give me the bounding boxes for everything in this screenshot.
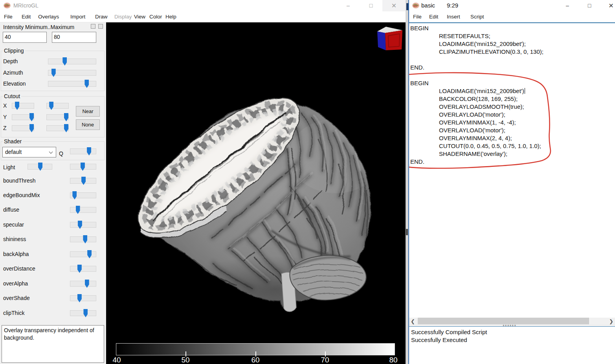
cutout-group-label: Cutout [3,93,21,99]
script-line[interactable]: BEGIN [409,79,615,87]
script-line[interactable]: LOADIMAGE('mni152_2009bet') [409,87,615,95]
param-label-specular: specular [3,221,24,228]
script-line[interactable]: OVERLAYMINMAX(1, -4, -4); [409,119,615,126]
shader-dropdown[interactable]: default [2,147,56,157]
intensity-label: Intensity Minimum..Maximum [3,24,74,30]
script-line[interactable]: OVERLAYLOAD('motor'); [409,111,615,119]
script-line[interactable]: CLIPAZIMUTHELEVATION(0.3, 0, 130); [409,48,615,56]
mricrogl-menu-help[interactable]: Help [165,11,176,22]
colorbar-label: 50 [181,356,189,364]
info-text-box: Overlay transparency independent of back… [2,325,104,363]
intensity-max-input[interactable]: 80 [52,32,96,43]
clipping-label-elevation: Elevation [3,80,26,87]
param-label-diffuse: diffuse [3,207,19,213]
mricrogl-menu-color[interactable]: Color [149,11,162,22]
mricrogl-menu-display[interactable]: Display [114,11,132,22]
close-button[interactable]: ✕ [604,0,615,11]
mricrogl-menu-edit[interactable]: Edit [22,11,31,22]
clipping-depth-track[interactable] [48,59,96,64]
script-line[interactable]: BACKCOLOR(128, 169, 255); [409,95,615,103]
none-button[interactable]: None [76,119,100,130]
script-line[interactable]: BEGIN [409,24,615,32]
script-menu-edit[interactable]: Edit [429,11,438,22]
close-button[interactable]: ✕ [382,0,406,11]
mricrogl-menu-draw[interactable]: Draw [95,11,108,22]
window-title: basic [421,2,435,9]
q-track[interactable] [70,148,96,154]
render-viewport[interactable]: 4050607080 [106,22,406,364]
brain-icon [412,2,420,9]
orientation-cube[interactable] [376,26,404,51]
window-title: MRIcroGL [13,2,39,9]
param-label-edgeboundmix: edgeBoundMix [3,192,40,198]
mricrogl-window: MRIcroGL – □ ✕ FileEditOverlaysImportDra… [0,0,406,364]
brain-render [106,22,406,364]
status-panel: Successfully Compiled ScriptSuccesfully … [409,327,615,364]
param-clipthick-track[interactable] [70,310,96,316]
script-menu-insert[interactable]: Insert [447,11,460,22]
param-overshade-track[interactable] [70,295,96,301]
param-backalpha-track[interactable] [70,251,96,257]
param-label-shininess: shininess [3,236,26,242]
param-diffuse-track[interactable] [70,207,96,213]
param-overdistance-track[interactable] [70,266,96,272]
window-edge-strip [406,0,409,364]
script-line[interactable]: SHADERNAME('overlay'); [409,150,615,158]
script-window: basic 9:29 – □ ✕ FileEditInsertScript BE… [409,0,615,364]
script-line[interactable]: RESETDEFAULTS; [409,32,615,40]
clipping-elevation-track[interactable] [48,81,96,87]
menu-bar: FileEditInsertScript [409,11,615,22]
script-editor[interactable]: BEGINRESETDEFAULTS;LOADIMAGE('mni152_200… [409,22,615,324]
param-label-overshade: overShade [3,295,30,301]
param-specular-track[interactable] [70,222,96,228]
param-label-overdistance: overDistance [3,265,35,272]
maximize-button[interactable]: □ [580,0,598,11]
titlebar[interactable]: basic 9:29 – □ ✕ [409,0,615,11]
control-panel: Intensity Minimum..Maximum 40 80 Clippin… [0,22,106,364]
cutout-label-z: Z [3,125,7,131]
script-line[interactable]: OVERLAYLOADSMOOTH(true); [409,103,615,111]
intensity-checkbox-2[interactable] [98,24,103,29]
script-line[interactable] [409,71,615,79]
script-line[interactable]: LOADIMAGE('mni152_2009bet'); [409,40,615,48]
script-line[interactable]: END. [409,158,615,166]
shader-group-label: Shader [3,138,23,145]
script-line[interactable]: END. [409,64,615,71]
script-menu-file[interactable]: File [413,11,422,22]
param-label-clipthick: clipThick [3,310,24,316]
splitter-handle[interactable]: ●●●●●● [409,324,615,327]
param-label-overalpha: overAlpha [3,280,28,287]
colorbar-label: 80 [389,356,397,364]
clipping-group-label: Clipping [3,48,25,54]
script-menu-script[interactable]: Script [470,11,484,22]
minimize-button[interactable]: – [339,0,357,11]
cutout-label-y: Y [3,114,7,120]
menu-bar: FileEditOverlaysImportDrawDisplayViewCol… [0,11,406,22]
param-label-boundthresh: boundThresh [3,177,36,184]
status-line: Succesfully Executed [409,336,615,344]
text-caret [525,88,525,94]
script-line[interactable]: CUTOUT(0.0, 0.45, 0.5, 0.75, 1.0, 1.0); [409,142,615,150]
mricrogl-menu-file[interactable]: File [4,11,13,22]
intensity-min-input[interactable]: 40 [3,32,47,43]
maximize-button[interactable]: □ [362,0,380,11]
mricrogl-menu-view[interactable]: View [134,11,145,22]
titlebar[interactable]: MRIcroGL – □ ✕ [0,0,406,11]
chevron-down-icon [49,150,53,154]
colorbar-label: 40 [112,356,121,364]
script-line[interactable] [409,56,615,64]
param-overalpha-track[interactable] [70,281,96,287]
script-line[interactable]: OVERLAYLOAD('motor'); [409,126,615,134]
cutout-label-x: X [3,102,7,109]
minimize-button[interactable]: – [558,0,576,11]
q-label: Q [59,150,63,157]
status-line: Successfully Compiled Script [409,328,615,336]
mricrogl-menu-import[interactable]: Import [70,11,85,22]
mricrogl-menu-overlays[interactable]: Overlays [38,11,59,22]
near-button[interactable]: Near [76,106,100,117]
param-label-backalpha: backAlpha [3,251,29,257]
script-line[interactable]: OVERLAYMINMAX(2, 4, 4); [409,134,615,142]
clipping-label-depth: Depth [3,58,18,64]
shader-dropdown-value: default [5,149,22,155]
intensity-checkbox-1[interactable] [91,24,95,29]
